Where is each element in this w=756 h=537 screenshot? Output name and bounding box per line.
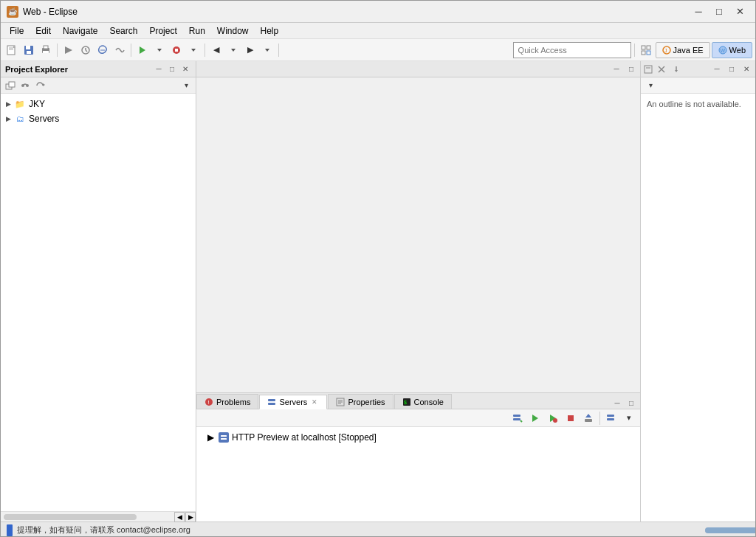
new-button[interactable] bbox=[4, 42, 20, 58]
collapse-all-button[interactable] bbox=[4, 79, 17, 92]
back-dropdown[interactable] bbox=[225, 42, 241, 58]
svg-text:!: ! bbox=[208, 399, 210, 406]
tab-servers[interactable]: Servers ✕ bbox=[259, 395, 327, 409]
server-item-http-preview[interactable]: ▶ HTTP Preview at localhost [Stopped] bbox=[199, 430, 637, 445]
bottom-tabs: ! Problems Servers ✕ Properties $ Con bbox=[196, 393, 640, 409]
debug-dropdown[interactable] bbox=[185, 42, 202, 58]
run-dropdown[interactable] bbox=[151, 42, 168, 58]
svg-rect-58 bbox=[645, 66, 652, 73]
link-editor-button[interactable] bbox=[18, 79, 32, 92]
server-expand-arrow: ▶ bbox=[205, 432, 216, 443]
menu-file[interactable]: File bbox=[4, 24, 30, 38]
toolbar-btn-2c[interactable] bbox=[94, 42, 111, 58]
outline-message: An outline is not available. bbox=[647, 100, 741, 108]
svg-rect-37 bbox=[268, 399, 275, 401]
servers-folder-icon: 🗂 bbox=[14, 113, 26, 125]
sync-button[interactable] bbox=[33, 79, 47, 92]
editor-maximize[interactable]: □ bbox=[625, 63, 637, 75]
servers-new-server-wizard[interactable] bbox=[509, 410, 526, 426]
forward-button[interactable]: ▶ bbox=[242, 42, 258, 58]
svg-marker-48 bbox=[532, 415, 538, 422]
jky-expand-arrow: ▶ bbox=[4, 100, 13, 108]
svg-rect-22 bbox=[642, 46, 645, 49]
servers-label: Servers bbox=[29, 114, 59, 124]
separator-2 bbox=[131, 44, 131, 57]
servers-stop-button[interactable] bbox=[563, 410, 579, 426]
project-explorer-close[interactable]: ✕ bbox=[179, 63, 191, 75]
menu-run[interactable]: Run bbox=[183, 24, 211, 38]
svg-rect-23 bbox=[647, 46, 650, 49]
menu-project[interactable]: Project bbox=[143, 24, 182, 38]
editor-header-controls: ─ □ bbox=[609, 63, 637, 75]
svg-line-13 bbox=[86, 50, 87, 52]
save-button[interactable] bbox=[21, 42, 37, 58]
svg-marker-19 bbox=[191, 49, 196, 52]
outline-close-icon[interactable] bbox=[656, 63, 667, 75]
outline-toolbar-btn[interactable]: ▾ bbox=[644, 79, 657, 92]
forward-dropdown[interactable] bbox=[259, 42, 275, 58]
java-ee-perspective[interactable]: J Java EE bbox=[656, 42, 710, 58]
center-panel: ─ □ ! Problems Servers ✕ bbox=[196, 61, 641, 522]
menu-navigate[interactable]: Navigate bbox=[57, 24, 103, 38]
outline-panel: ─ □ ✕ ▾ An outline is not available. bbox=[641, 61, 755, 522]
open-perspective-button[interactable] bbox=[638, 42, 654, 58]
servers-start-button[interactable] bbox=[527, 410, 543, 426]
svg-rect-52 bbox=[585, 419, 592, 422]
outline-close[interactable]: ✕ bbox=[740, 63, 752, 75]
bottom-panel-minimize[interactable]: ─ bbox=[611, 397, 623, 409]
outline-minimize[interactable]: ─ bbox=[711, 63, 723, 75]
svg-marker-53 bbox=[585, 414, 591, 418]
menu-search[interactable]: Search bbox=[103, 24, 143, 38]
svg-marker-15 bbox=[140, 46, 145, 54]
servers-tab-close[interactable]: ✕ bbox=[310, 398, 319, 406]
run-button[interactable] bbox=[134, 42, 151, 58]
close-button[interactable]: ✕ bbox=[730, 4, 749, 19]
project-explorer-maximize[interactable]: □ bbox=[166, 63, 178, 75]
jky-label: JKY bbox=[29, 99, 45, 109]
back-button[interactable]: ◀ bbox=[208, 42, 224, 58]
svg-rect-51 bbox=[568, 415, 574, 421]
web-perspective[interactable]: W Web bbox=[712, 42, 752, 58]
toolbar-btn-2b[interactable] bbox=[78, 42, 94, 58]
quick-access-input[interactable] bbox=[513, 42, 631, 58]
separator-5 bbox=[634, 44, 635, 57]
menu-window[interactable]: Window bbox=[211, 24, 255, 38]
problems-tab-label: Problems bbox=[216, 398, 250, 406]
menu-help[interactable]: Help bbox=[255, 24, 285, 38]
servers-view-menu[interactable]: ▾ bbox=[621, 410, 637, 426]
tab-problems[interactable]: ! Problems bbox=[196, 394, 258, 409]
toolbar-btn-2a[interactable] bbox=[61, 42, 77, 58]
tab-console[interactable]: $ Console bbox=[394, 394, 452, 409]
svg-point-33 bbox=[26, 84, 29, 87]
editor-minimize[interactable]: ─ bbox=[611, 63, 622, 75]
servers-more[interactable] bbox=[603, 410, 619, 426]
tree-item-servers[interactable]: ▶ 🗂 Servers bbox=[1, 111, 196, 126]
console-icon: $ bbox=[402, 398, 411, 406]
project-explorer-minimize[interactable]: ─ bbox=[153, 63, 165, 75]
tree-item-jky[interactable]: ▶ 📁 JKY bbox=[1, 97, 196, 111]
outline-pin-icon[interactable] bbox=[670, 63, 682, 75]
servers-debug-server[interactable] bbox=[545, 410, 561, 426]
status-bar: 提理解，如有疑问，请联系 contact@eclipse.org bbox=[1, 522, 755, 537]
project-explorer-content: ▶ 📁 JKY ▶ 🗂 Servers bbox=[1, 94, 196, 511]
servers-publish-button[interactable] bbox=[580, 410, 597, 426]
bottom-panel-controls: ─ □ bbox=[610, 397, 637, 409]
view-menu-button[interactable]: ▾ bbox=[179, 79, 193, 92]
scroll-right[interactable]: ▶ bbox=[185, 512, 196, 522]
tab-properties[interactable]: Properties bbox=[328, 394, 393, 409]
debug-button[interactable] bbox=[168, 42, 185, 58]
project-explorer-toolbar: ▾ bbox=[1, 77, 196, 94]
project-explorer-scrollbar[interactable]: ◀ ▶ bbox=[1, 511, 196, 522]
print-button[interactable] bbox=[38, 42, 54, 58]
outline-maximize[interactable]: □ bbox=[726, 63, 738, 75]
outline-header: ─ □ ✕ bbox=[641, 61, 755, 77]
minimize-button[interactable]: ─ bbox=[689, 4, 708, 19]
svg-rect-46 bbox=[513, 418, 520, 420]
svg-marker-20 bbox=[231, 49, 236, 52]
project-explorer-title: Project Explorer bbox=[5, 65, 151, 74]
scroll-left[interactable]: ◀ bbox=[174, 512, 185, 522]
menu-edit[interactable]: Edit bbox=[30, 24, 57, 38]
bottom-panel-maximize[interactable]: □ bbox=[625, 397, 637, 409]
toolbar-btn-2d[interactable] bbox=[111, 42, 128, 58]
restore-button[interactable]: □ bbox=[709, 4, 729, 19]
